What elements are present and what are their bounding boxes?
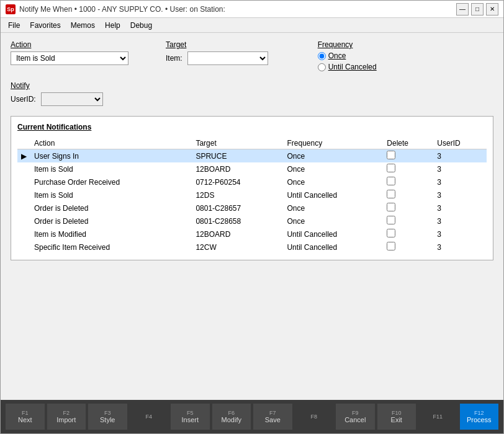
table-row[interactable]: Order is Deleted0801-C28658Once3 bbox=[17, 215, 487, 228]
table-row[interactable]: Item is Sold12DSUntil Cancelled3 bbox=[17, 188, 487, 202]
row-frequency: Once bbox=[283, 202, 383, 215]
row-action: Item is Sold bbox=[30, 188, 192, 202]
menu-debug[interactable]: Debug bbox=[125, 20, 157, 31]
row-arrow-cell bbox=[17, 202, 30, 215]
row-userid: 3 bbox=[433, 188, 487, 202]
action-select[interactable]: Item is Sold User Signs In Purchase Orde… bbox=[11, 51, 128, 65]
fn-label-f7: Save bbox=[265, 416, 281, 423]
frequency-until-radio[interactable] bbox=[318, 63, 326, 71]
action-label: Action bbox=[11, 40, 128, 49]
row-target: 12CW bbox=[192, 241, 283, 254]
fn-key-f10[interactable]: F10Exit bbox=[377, 404, 416, 430]
fn-label-f10: Exit bbox=[391, 416, 402, 423]
row-action: Purchase Order Received bbox=[30, 175, 192, 188]
target-row: Item: bbox=[166, 51, 268, 65]
row-frequency: Until Cancelled bbox=[283, 241, 383, 254]
row-delete-checkbox[interactable] bbox=[387, 216, 395, 224]
row-delete-cell[interactable] bbox=[383, 241, 433, 254]
notifications-table: Action Target Frequency Delete UserID ▶U… bbox=[17, 138, 487, 254]
row-delete-cell[interactable] bbox=[383, 202, 433, 215]
row-delete-checkbox[interactable] bbox=[387, 164, 395, 172]
row-arrow-cell bbox=[17, 175, 30, 188]
row-frequency: Until Cancelled bbox=[283, 188, 383, 202]
row-frequency: Until Cancelled bbox=[283, 228, 383, 241]
minimize-button[interactable]: — bbox=[456, 3, 469, 16]
notifications-title: Current Notifications bbox=[17, 123, 487, 131]
maximize-button[interactable]: □ bbox=[471, 3, 484, 16]
table-row[interactable]: Order is Deleted0801-C28657Once3 bbox=[17, 202, 487, 215]
row-target: 12BOARD bbox=[192, 162, 283, 175]
row-arrow-cell bbox=[17, 241, 30, 254]
title-bar-controls: — □ ✕ bbox=[456, 3, 498, 16]
fn-label-f3: Style bbox=[100, 416, 115, 423]
fn-label-f9: Cancel bbox=[344, 416, 366, 423]
row-target: 12BOARD bbox=[192, 228, 283, 241]
title-bar: Sp Notify Me When • 1000 - ANY SUPPLY CO… bbox=[1, 1, 503, 18]
menu-memos[interactable]: Memos bbox=[66, 20, 100, 31]
table-row[interactable]: Specific Item Received12CWUntil Cancelle… bbox=[17, 241, 487, 254]
fn-key-f2[interactable]: F2Import bbox=[47, 404, 86, 430]
fn-label-f12: Process bbox=[467, 416, 492, 423]
close-button[interactable]: ✕ bbox=[486, 3, 498, 16]
table-row[interactable]: ▶User Signs InSPRUCEOnce3 bbox=[17, 149, 487, 163]
bottom-bar: F1NextF2ImportF3StyleF4F5InsertF6ModifyF… bbox=[1, 400, 503, 433]
row-delete-checkbox[interactable] bbox=[387, 177, 395, 185]
fn-number-f11: F11 bbox=[433, 414, 443, 420]
row-frequency: Once bbox=[283, 215, 383, 228]
target-select[interactable] bbox=[187, 51, 268, 65]
table-row[interactable]: Item is Modified12BOARDUntil Cancelled3 bbox=[17, 228, 487, 241]
frequency-once-label: Once bbox=[328, 51, 346, 60]
top-form: Action Item is Sold User Signs In Purcha… bbox=[11, 40, 493, 71]
frequency-group: Frequency Once Until Canceled bbox=[318, 40, 377, 71]
row-userid: 3 bbox=[433, 162, 487, 175]
table-row[interactable]: Purchase Order Received0712-P60254Once3 bbox=[17, 175, 487, 188]
row-delete-checkbox[interactable] bbox=[387, 229, 395, 237]
userid-select[interactable] bbox=[41, 92, 103, 106]
fn-number-f6: F6 bbox=[228, 410, 235, 416]
target-label: Target bbox=[166, 40, 268, 49]
row-delete-cell[interactable] bbox=[383, 175, 433, 188]
userid-row: UserID: bbox=[11, 92, 493, 106]
row-frequency: Once bbox=[283, 149, 383, 163]
frequency-until-label: Until Canceled bbox=[328, 63, 377, 71]
fn-number-f9: F9 bbox=[352, 410, 359, 416]
fn-key-f12[interactable]: F12Process bbox=[460, 404, 499, 430]
row-delete-cell[interactable] bbox=[383, 188, 433, 202]
frequency-once-radio[interactable] bbox=[318, 52, 326, 60]
table-row[interactable]: Item is Sold12BOARDOnce3 bbox=[17, 162, 487, 175]
col-target: Target bbox=[192, 138, 283, 149]
row-action: User Signs In bbox=[30, 149, 192, 163]
row-delete-cell[interactable] bbox=[383, 162, 433, 175]
target-group: Target Item: bbox=[166, 40, 268, 65]
menu-file[interactable]: File bbox=[3, 20, 25, 31]
row-frequency: Once bbox=[283, 162, 383, 175]
row-userid: 3 bbox=[433, 215, 487, 228]
row-delete-checkbox[interactable] bbox=[387, 151, 395, 159]
menu-favorites[interactable]: Favorites bbox=[25, 20, 65, 31]
row-userid: 3 bbox=[433, 228, 487, 241]
row-arrow-cell bbox=[17, 162, 30, 175]
row-delete-checkbox[interactable] bbox=[387, 242, 395, 250]
fn-number-f12: F12 bbox=[474, 410, 484, 416]
row-userid: 3 bbox=[433, 202, 487, 215]
row-delete-cell[interactable] bbox=[383, 215, 433, 228]
target-item-label: Item: bbox=[166, 54, 182, 63]
row-userid: 3 bbox=[433, 149, 487, 163]
fn-key-f9[interactable]: F9Cancel bbox=[336, 404, 375, 430]
fn-number-f3: F3 bbox=[104, 410, 111, 416]
menu-help[interactable]: Help bbox=[100, 20, 125, 31]
row-target: 0712-P60254 bbox=[192, 175, 283, 188]
row-arrow-cell bbox=[17, 215, 30, 228]
row-target: SPRUCE bbox=[192, 149, 283, 163]
row-target: 12DS bbox=[192, 188, 283, 202]
fn-key-f1[interactable]: F1Next bbox=[6, 404, 45, 430]
fn-key-f3[interactable]: F3Style bbox=[88, 404, 127, 430]
row-delete-cell[interactable] bbox=[383, 228, 433, 241]
row-delete-checkbox[interactable] bbox=[387, 190, 395, 198]
row-delete-cell[interactable] bbox=[383, 149, 433, 163]
fn-key-f7[interactable]: F7Save bbox=[253, 404, 292, 430]
row-delete-checkbox[interactable] bbox=[387, 203, 395, 211]
userid-label: UserID: bbox=[11, 95, 36, 104]
fn-key-f6[interactable]: F6Modify bbox=[212, 404, 251, 430]
fn-key-f5[interactable]: F5Insert bbox=[171, 404, 210, 430]
